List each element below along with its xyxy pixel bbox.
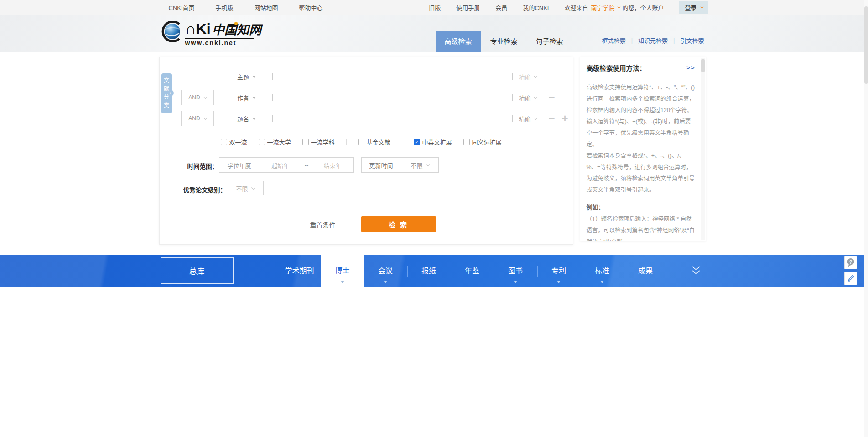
- checkbox-cn-en-extension[interactable]: ✓ 中英文扩展: [414, 138, 452, 146]
- field-selector-title[interactable]: 题名: [221, 111, 272, 126]
- time-range-label: 时间范围：: [187, 161, 218, 170]
- reset-conditions-button[interactable]: 重置条件: [310, 220, 336, 229]
- divider: [624, 266, 624, 277]
- divider: [581, 266, 581, 277]
- search-condition-row: AND 题名 精确 − +: [221, 111, 543, 126]
- operator-selector-and[interactable]: AND: [181, 111, 214, 126]
- link-manual[interactable]: 使用手册: [456, 3, 480, 12]
- dropdown-arrow-icon[interactable]: [341, 281, 344, 283]
- operator-chevron-down-icon: [203, 95, 207, 98]
- checkbox-first-class-university[interactable]: ✓ 一流大学: [259, 138, 291, 146]
- nav-item-achievements[interactable]: 成果: [624, 255, 667, 287]
- checkbox-double-first-class[interactable]: ✓ 双一流: [221, 138, 247, 146]
- login-button[interactable]: 登录: [679, 1, 707, 14]
- nav-item-doctoral-active[interactable]: 博士: [321, 255, 364, 287]
- link-help-center[interactable]: 帮助中心: [299, 3, 323, 12]
- match-label: 精确: [519, 114, 530, 123]
- thesis-level-selector[interactable]: 不限: [227, 184, 263, 193]
- link-old-version[interactable]: 旧版: [429, 3, 441, 12]
- end-year-input[interactable]: 结束年: [312, 161, 353, 170]
- link-onebox-search[interactable]: 一框式检索: [591, 36, 631, 45]
- top-right-links: 旧版 使用手册 会员 我的CNKI 欢迎来自 南宁学院 的您，个人账户 登录: [429, 1, 707, 14]
- institution-selector[interactable]: 南宁学院: [591, 3, 614, 12]
- remove-row-button[interactable]: −: [549, 111, 555, 126]
- checkbox-box: ✓: [358, 139, 364, 145]
- checkbox-synonym-extension[interactable]: ✓ 同义词扩展: [463, 138, 502, 146]
- cnki-logo[interactable]: ∩Ki 中国知网 www.cnki.net: [161, 21, 262, 46]
- checkbox-box: ✓: [414, 139, 420, 145]
- divider: [451, 266, 451, 277]
- feedback-help-button[interactable]: ?: [844, 256, 857, 269]
- filter-checkbox-row: ✓ 双一流 ✓ 一流大学 ✓ 一流学科 ✓ 基金文献 ✓: [221, 138, 502, 146]
- tab-advanced-search[interactable]: 高级检索: [436, 31, 481, 52]
- dropdown-arrow-icon[interactable]: [600, 281, 604, 283]
- help-scrollbar-track[interactable]: [701, 58, 705, 240]
- dropdown-arrow-icon[interactable]: [514, 281, 517, 283]
- update-chevron-down-icon: [426, 162, 430, 166]
- remove-row-button[interactable]: −: [549, 90, 555, 105]
- match-chevron-down-icon: [534, 95, 537, 98]
- page-scrollbar-thumb[interactable]: [864, 6, 868, 84]
- top-utility-bar: CNKI首页 手机版 网站地图 帮助中心 旧版 使用手册 会员 我的CNKI 欢…: [0, 0, 868, 15]
- link-citation-search[interactable]: 引文检索: [675, 36, 709, 45]
- help-paragraph: 若检索词本身含空格或*、+、-、()、/、%、=等特殊符号，进行多词组合运算时，…: [587, 150, 696, 196]
- search-button[interactable]: 检 索: [361, 216, 436, 232]
- nav-item-label: 博士: [321, 264, 364, 275]
- thesis-level-value: 不限: [236, 184, 248, 193]
- nav-item-conference[interactable]: 会议: [364, 255, 407, 287]
- category-expand-icon[interactable]: ›: [167, 90, 174, 96]
- field-selector-subject[interactable]: 主题: [221, 69, 272, 84]
- link-sitemap[interactable]: 网站地图: [255, 3, 278, 12]
- degree-year-selector[interactable]: 学位年度: [219, 161, 260, 170]
- header-alt-search-links: 一框式检索 | 知识元检索 | 引文检索: [591, 36, 710, 45]
- nav-item-total-library[interactable]: 总库: [161, 257, 234, 284]
- operator-selector-and[interactable]: AND: [181, 90, 214, 105]
- match-mode-selector[interactable]: 精确: [513, 90, 543, 105]
- add-row-button[interactable]: +: [562, 111, 568, 126]
- dropdown-arrow-icon[interactable]: [557, 281, 561, 283]
- edit-note-button[interactable]: [844, 272, 857, 285]
- update-time-selector[interactable]: 不限: [401, 161, 438, 170]
- institution-chevron-down-icon[interactable]: [618, 5, 621, 9]
- link-mobile[interactable]: 手机版: [216, 3, 234, 12]
- tab-professional-search[interactable]: 专业检索: [481, 31, 527, 52]
- checkbox-funded-literature[interactable]: ✓ 基金文献: [358, 138, 390, 146]
- nav-item-standards[interactable]: 标准: [581, 255, 624, 287]
- welcome-prefix: 欢迎来自: [564, 3, 588, 12]
- link-member[interactable]: 会员: [495, 3, 507, 12]
- checkbox-box: ✓: [259, 139, 265, 145]
- nav-expand-button[interactable]: [690, 265, 702, 279]
- help-paragraph: 输入运算符*(与)、+(或)、-(非)时，前后要空一个字节，优先级需用英文半角括…: [587, 116, 696, 150]
- nav-item-newspaper[interactable]: 报纸: [407, 255, 451, 287]
- field-selector-author[interactable]: 作者: [221, 90, 272, 105]
- nav-item-label: 标准: [595, 267, 609, 275]
- thesis-level-label: 优秀论文级别：: [183, 185, 227, 194]
- match-mode-selector[interactable]: 精确: [513, 111, 543, 126]
- link-knowledge-element-search[interactable]: 知识元检索: [633, 36, 673, 45]
- tab-sentence-search[interactable]: 句子检索: [527, 31, 572, 52]
- divider: [402, 139, 402, 145]
- link-my-cnki[interactable]: 我的CNKI: [523, 3, 549, 12]
- help-example-label: 例如：: [587, 202, 696, 211]
- logo-chinese-name: 中国知网: [212, 23, 261, 37]
- search-input-title[interactable]: [273, 111, 512, 126]
- start-year-input[interactable]: 起始年: [260, 161, 301, 170]
- search-input-author[interactable]: [273, 90, 512, 105]
- match-mode-selector[interactable]: 精确: [513, 69, 543, 84]
- search-input-subject[interactable]: [273, 69, 512, 84]
- field-caret-icon: [252, 76, 256, 78]
- dropdown-arrow-icon[interactable]: [384, 281, 387, 283]
- checkbox-box: ✓: [221, 139, 227, 145]
- nav-item-books[interactable]: 图书: [494, 255, 537, 287]
- link-cnki-home[interactable]: CNKI首页: [169, 3, 195, 12]
- nav-item-yearbook[interactable]: 年鉴: [451, 255, 494, 287]
- match-chevron-down-icon: [534, 116, 537, 119]
- page-scrollbar-track[interactable]: [864, 0, 868, 437]
- help-scrollbar-thumb[interactable]: [701, 59, 705, 72]
- checkbox-first-class-discipline[interactable]: ✓ 一流学科: [302, 138, 335, 146]
- welcome-suffix: 的您，个人账户: [622, 3, 664, 12]
- help-more-link[interactable]: >>: [686, 64, 695, 71]
- field-label: 题名: [237, 114, 249, 123]
- search-condition-row: AND 作者 精确 −: [221, 90, 543, 105]
- nav-item-patents[interactable]: 专利: [537, 255, 581, 287]
